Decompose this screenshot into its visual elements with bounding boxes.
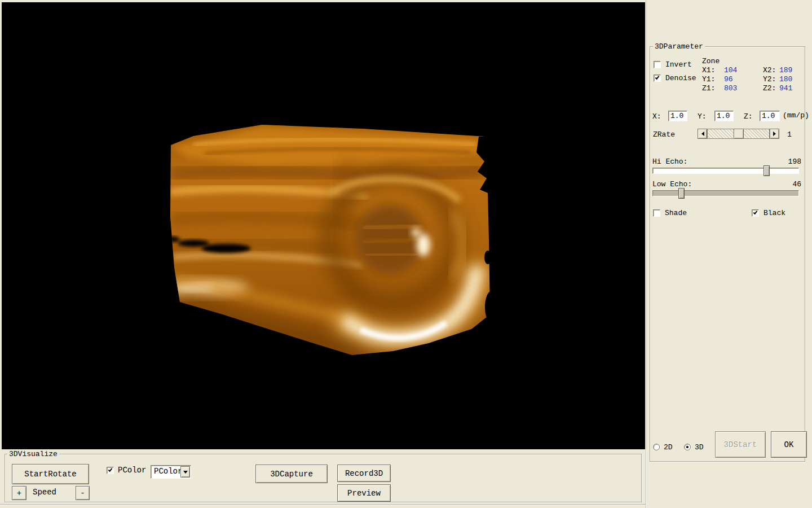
zrate-scrollbar[interactable] bbox=[698, 129, 779, 139]
low-echo-slider-track[interactable] bbox=[652, 190, 799, 196]
pcolor-dropdown[interactable]: PColor bbox=[151, 465, 191, 479]
visualize-groupbox: 3DVisualize StartRotate PColor PColor + … bbox=[5, 454, 642, 502]
zone-z1-value: 803 bbox=[724, 84, 737, 93]
y-scale-label: Y: bbox=[698, 112, 707, 121]
denoise-checkbox[interactable] bbox=[654, 75, 661, 82]
zone-x1-value: 104 bbox=[724, 66, 737, 75]
pcolor-checkbox[interactable] bbox=[107, 467, 114, 474]
arrow-right-icon bbox=[773, 132, 778, 136]
denoise-label: Denoise bbox=[665, 74, 696, 82]
x-scale-label: X: bbox=[652, 112, 661, 121]
check-icon bbox=[108, 467, 113, 472]
arrow-left-icon bbox=[699, 132, 704, 136]
zone-x1-label: X1: bbox=[702, 66, 715, 75]
mode-2d-radio[interactable] bbox=[653, 444, 660, 450]
pcolor-dropdown-button[interactable] bbox=[180, 466, 190, 478]
panel-divider bbox=[646, 0, 646, 508]
capture-3d-button[interactable]: 3DCapture bbox=[255, 465, 328, 483]
zrate-value: 1 bbox=[787, 130, 792, 139]
zone-y2-label: Y2: bbox=[763, 75, 776, 84]
ok-button[interactable]: OK bbox=[771, 431, 807, 458]
invert-checkbox[interactable] bbox=[654, 61, 661, 68]
mode-2d-label: 2D bbox=[664, 443, 673, 452]
parameter-group-title: 3DParameter bbox=[653, 42, 705, 51]
start-3d-button[interactable]: 3DStart bbox=[715, 431, 766, 458]
panel-divider-highlight bbox=[646, 449, 647, 508]
zone-z2-label: Z2: bbox=[763, 84, 776, 93]
volume-render[interactable] bbox=[2, 2, 645, 449]
hi-echo-value: 198 bbox=[783, 157, 801, 166]
black-checkbox[interactable] bbox=[752, 209, 759, 217]
start-rotate-button[interactable]: StartRotate bbox=[12, 464, 89, 484]
bottom-edge-highlight bbox=[0, 505, 646, 505]
zrate-scroll-right-button[interactable] bbox=[770, 129, 779, 139]
visualize-group-title: 3DVisualize bbox=[7, 450, 59, 458]
zone-y1-label: Y1: bbox=[702, 75, 715, 84]
dropdown-arrow-icon bbox=[183, 471, 188, 476]
zrate-label: ZRate bbox=[653, 130, 675, 139]
low-echo-slider-thumb[interactable] bbox=[678, 188, 685, 199]
shade-label: Shade bbox=[665, 209, 687, 217]
render-viewport[interactable] bbox=[2, 2, 645, 449]
scale-unit-label: (mm/p) bbox=[783, 111, 809, 120]
mode-3d-radio[interactable] bbox=[684, 444, 691, 450]
zone-y1-value: 96 bbox=[724, 75, 733, 84]
low-echo-label: Low Echo: bbox=[652, 180, 692, 189]
zone-z2-value: 941 bbox=[779, 84, 792, 93]
pcolor-dropdown-value: PColor bbox=[154, 467, 182, 476]
radio-dot-icon bbox=[686, 446, 689, 448]
speed-minus-button[interactable]: - bbox=[76, 486, 90, 500]
hi-echo-slider-thumb[interactable] bbox=[764, 165, 770, 176]
speed-plus-button[interactable]: + bbox=[12, 486, 27, 500]
zone-y2-value: 180 bbox=[779, 75, 792, 84]
zrate-scroll-left-button[interactable] bbox=[698, 129, 707, 139]
zone-z1-label: Z1: bbox=[702, 84, 715, 93]
shade-checkbox[interactable] bbox=[653, 209, 660, 217]
mode-3d-label: 3D bbox=[695, 443, 704, 452]
hi-echo-slider-track[interactable] bbox=[652, 168, 799, 174]
preview-button[interactable]: Preview bbox=[337, 484, 391, 502]
low-echo-value: 46 bbox=[783, 180, 801, 189]
zone-x2-value: 189 bbox=[779, 66, 792, 75]
zone-x2-label: X2: bbox=[763, 66, 776, 75]
black-label: Black bbox=[764, 209, 785, 217]
hi-echo-label: Hi Echo: bbox=[652, 157, 687, 166]
x-scale-input[interactable] bbox=[668, 111, 687, 121]
speed-label: Speed bbox=[33, 488, 56, 497]
zone-title: Zone bbox=[702, 57, 720, 65]
record-3d-button[interactable]: Record3D bbox=[337, 465, 391, 482]
zrate-scrollbar-thumb[interactable] bbox=[734, 129, 744, 139]
z-scale-input[interactable] bbox=[760, 111, 780, 121]
parameter-groupbox: 3DParameter Invert Denoise Zone X1: 104 … bbox=[650, 46, 805, 462]
invert-label: Invert bbox=[665, 60, 692, 69]
check-icon bbox=[753, 210, 758, 214]
z-scale-label: Z: bbox=[744, 112, 753, 121]
y-scale-input[interactable] bbox=[714, 111, 734, 121]
pcolor-label: PColor bbox=[118, 466, 146, 475]
check-icon bbox=[655, 75, 660, 80]
